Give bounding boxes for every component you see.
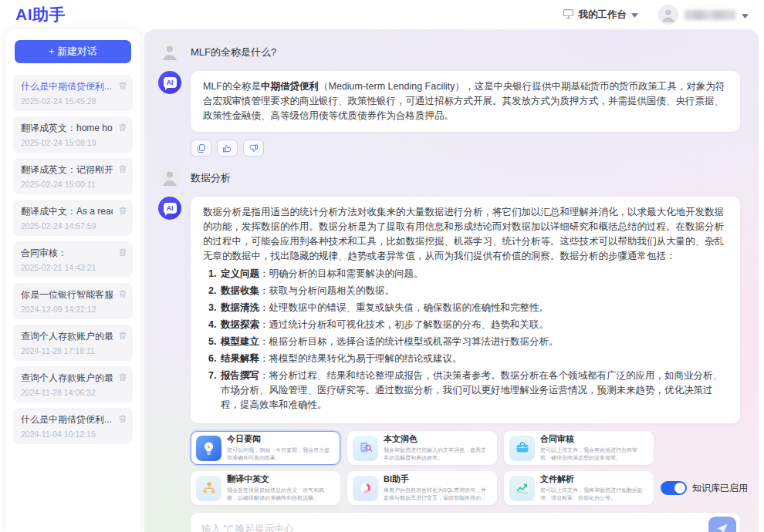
conversation-item[interactable]: 你是一位银行智能客服，... 2024-12-09 14:22:12: [13, 283, 133, 319]
user-message-row: 数据分析: [158, 166, 740, 189]
conversation-item[interactable]: 查询个人存款账户的最新... 2024-11-28 14:06:32: [13, 366, 133, 402]
conversation-time: 2025-02-21 14:43:21: [21, 263, 113, 272]
conversation-title: 你是一位银行智能客服，...: [21, 288, 113, 301]
conversation-title: 翻译成英文：记得刚开始...: [21, 163, 113, 177]
conversation-title: 查询个人存款账户的最新...: [21, 330, 113, 343]
step-desc: ：通过统计分析和可视化技术，初步了解数据的分布、趋势和关联。: [259, 319, 549, 330]
monitor-icon: [563, 8, 574, 22]
analysis-step: 结果解释：将模型的结果转化为易于理解的结论或建议。: [219, 352, 728, 366]
send-button[interactable]: [708, 517, 736, 532]
feature-card[interactable]: 今日要闻 您可以问我，例如：今日要闻，我会尽力提供准确和可靠的答案。: [191, 431, 340, 465]
user-avatar-icon: [158, 166, 181, 189]
conversation-item[interactable]: 什么是中期借贷便利... 2025-02-24 15:45:28: [13, 75, 133, 111]
step-term: 报告撰写: [221, 370, 259, 381]
conversation-item[interactable]: 什么是中期借贷便利... 2024-11-04 10:12:15: [13, 408, 133, 444]
trash-icon[interactable]: [118, 414, 127, 423]
reply-actions: [191, 140, 740, 157]
ai-reply-bold-text: 中期借贷便利: [261, 81, 319, 92]
thumbs-up-icon: [222, 143, 232, 153]
feature-card[interactable]: 文件解析 您可以上传文件，我将帮助您进行如数据处理、信息检索、自动化办公等。: [504, 471, 654, 505]
logo-row: AI助手: [0, 0, 144, 29]
thumbs-up-button[interactable]: [217, 140, 238, 157]
feature-desc: 我会帮助您进行您输入的文本润色，提高文本的流畅度和表达效果。: [384, 446, 490, 463]
feature-title: BI助手: [384, 473, 490, 484]
conversation-item[interactable]: 翻译成英文：home home 2025-02-24 15:08:19: [13, 116, 133, 153]
topbar: 我的工作台: [144, 0, 764, 29]
step-desc: ：处理数据中的错误、重复或缺失值，确保数据的准确性和完整性。: [259, 302, 549, 313]
ai-message-row: AI MLF的全称是中期借贷便利（Medium-term Lending Fac…: [158, 71, 740, 132]
analysis-step: 数据清洗：处理数据中的错误、重复或缺失值，确保数据的准确性和完整性。: [219, 301, 728, 315]
message-input[interactable]: [201, 524, 708, 532]
step-desc: ：获取与分析问题相关的数据。: [259, 285, 394, 296]
translate-icon: [196, 476, 221, 501]
step-term: 结果解释: [221, 353, 259, 364]
feature-card[interactable]: 本文润色 我会帮助您进行您输入的文本润色，提高文本的流畅度和表达效果。: [347, 431, 497, 465]
knowledge-base-toggle[interactable]: [661, 481, 687, 495]
feature-desc: 您可以上传文件，我会有效地进行合同审核，确保合同满足您的业务需求。: [540, 446, 647, 463]
chat-surface: MLF的全称是什么? AI MLF的全称是中期借贷便利（Medium-term …: [144, 29, 759, 532]
ai-reply-card: 数据分析是指用适当的统计分析方法对收集来的大量数据进行分析，将它们加以汇总和理解…: [191, 197, 740, 423]
trash-icon[interactable]: [118, 331, 127, 340]
lightbulb-icon: [196, 436, 221, 461]
copy-icon: [196, 143, 206, 153]
briefcase-icon: [509, 436, 535, 461]
toggle-knob-icon: [674, 483, 685, 493]
feature-desc: 您可以上传文件，我将帮助您进行如数据处理、信息检索、自动化办公等。: [540, 487, 647, 503]
trash-icon[interactable]: [118, 289, 127, 298]
conversation-item[interactable]: 查询个人存款账户的最新... 2024-11-28 17:18:11: [13, 325, 133, 361]
conversation-title: 什么是中期借贷便利...: [21, 80, 113, 93]
feature-desc: 将用户的自然语言转化为SQL查询语句，并直接与数据库进行交互，返回智能推荐的图表…: [384, 487, 490, 503]
ai-reply-card: MLF的全称是中期借贷便利（Medium-term Lending Facili…: [191, 71, 740, 132]
feature-title: 翻译中英文: [227, 473, 333, 484]
feature-title: 今日要闻: [227, 433, 333, 444]
trash-icon[interactable]: [118, 372, 127, 382]
ai-avatar-icon: AI: [158, 71, 181, 94]
feature-desc: 我会旨在保留原始信息的含义、语气和风格，以确保翻译的准确性和自然流畅。: [227, 487, 333, 503]
knowledge-base-toggle-label: 知识库已启用: [692, 482, 748, 495]
feature-card[interactable]: 合同审核 您可以上传文件，我会有效地进行合同审核，确保合同满足您的业务需求。: [504, 431, 654, 465]
feature-title: 合同审核: [540, 433, 647, 444]
conversation-item[interactable]: 翻译成中文：As a reader... 2025-02-24 14:57:59: [13, 200, 133, 236]
trash-icon[interactable]: [118, 206, 127, 215]
conversation-item[interactable]: 合同审核： 2025-02-21 14:43:21: [13, 241, 133, 278]
trash-icon[interactable]: [118, 81, 127, 90]
conversation-title: 翻译成英文：home home: [21, 122, 113, 135]
ai-reply-intro: 数据分析是指用适当的统计分析方法对收集来的大量数据进行分析，将它们加以汇总和理解…: [203, 207, 724, 261]
analysis-steps-list: 定义问题：明确分析的目标和需要解决的问题。数据收集：获取与分析问题相关的数据。数…: [203, 267, 728, 412]
step-term: 数据清洗: [221, 302, 259, 313]
trash-icon[interactable]: [118, 123, 127, 132]
trend-chart-icon: [509, 476, 535, 501]
user-avatar-icon: [158, 40, 181, 63]
conversation-time: 2024-11-04 10:12:15: [21, 429, 113, 439]
step-term: 定义问题: [221, 268, 259, 279]
trash-icon[interactable]: [118, 164, 127, 173]
user-menu[interactable]: [658, 5, 749, 25]
ai-reply-text: MLF的全称是: [203, 81, 261, 92]
thumbs-down-button[interactable]: [243, 140, 264, 157]
main-area: 我的工作台 MLF的全称是什么?: [144, 0, 764, 532]
conversation-time: 2025-02-24 14:57:59: [21, 221, 113, 231]
step-desc: ：明确分析的目标和需要解决的问题。: [259, 268, 424, 279]
trash-icon[interactable]: [118, 247, 127, 257]
new-chat-button[interactable]: + 新建对话: [15, 40, 131, 63]
analysis-step: 定义问题：明确分析的目标和需要解决的问题。: [219, 267, 728, 281]
conversation-time: 2025-02-24 15:45:28: [21, 96, 113, 106]
caret-down-icon: [742, 8, 749, 22]
user-avatar-icon: [658, 5, 678, 25]
feature-title: 本文润色: [384, 433, 490, 444]
app-window: AI助手 + 新建对话 什么是中期借贷便利... 2025-02-24 15:4…: [0, 0, 764, 532]
feature-title: 文件解析: [540, 473, 647, 484]
send-plane-icon: [715, 522, 729, 532]
feature-card[interactable]: BI助手 将用户的自然语言转化为SQL查询语句，并直接与数据库进行交互，返回智能…: [347, 471, 497, 505]
step-desc: ：根据分析目标，选择合适的统计模型或机器学习算法进行数据分析。: [259, 336, 559, 347]
step-desc: ：将分析过程、结果和结论整理成报告，供决策者参考。数据分析在各个领域都有广泛的应…: [221, 370, 722, 410]
feature-card[interactable]: 翻译中英文 我会旨在保留原始信息的含义、语气和风格，以确保翻译的准确性和自然流畅…: [191, 471, 340, 505]
thumbs-down-icon: [248, 143, 259, 153]
conversation-time: 2024-11-28 14:06:32: [21, 388, 113, 397]
workspace-menu[interactable]: 我的工作台: [563, 8, 639, 22]
conversation-item[interactable]: 翻译成英文：记得刚开始... 2025-02-24 15:00:11: [13, 158, 133, 194]
analysis-step: 数据收集：获取与分析问题相关的数据。: [219, 284, 728, 298]
conversation-title: 翻译成中文：As a reader...: [21, 205, 113, 218]
conversation-time: 2024-12-09 14:22:12: [21, 305, 113, 314]
copy-button[interactable]: [191, 140, 211, 157]
